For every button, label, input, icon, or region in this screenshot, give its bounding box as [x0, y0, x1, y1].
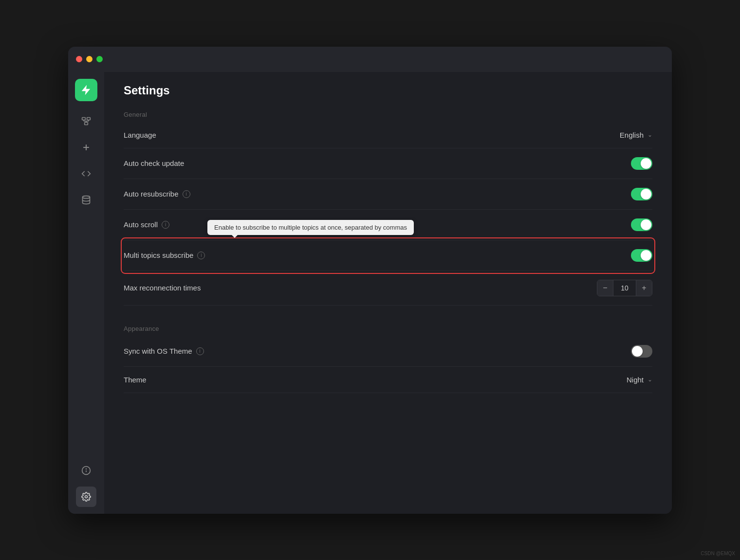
page-title: Settings: [104, 72, 672, 105]
setting-row-max-reconnection: Max reconnection times − 10 +: [124, 271, 652, 306]
sidebar-item-storage[interactable]: [76, 190, 96, 210]
sidebar-item-connections[interactable]: [76, 111, 96, 131]
svg-point-9: [83, 196, 90, 198]
language-dropdown[interactable]: English ⌄: [620, 131, 652, 139]
section-label-appearance: Appearance: [124, 319, 652, 336]
sidebar: [68, 72, 104, 514]
close-button[interactable]: [76, 56, 82, 62]
setting-label-theme: Theme: [124, 376, 147, 384]
app-window: Settings General Language English ⌄ Auto…: [68, 47, 672, 514]
setting-row-language: Language English ⌄: [124, 122, 652, 148]
svg-point-13: [85, 495, 88, 498]
info-icon-multi-topics[interactable]: i: [197, 252, 205, 259]
setting-label-language: Language: [124, 131, 156, 139]
auto-resubscribe-toggle[interactable]: [631, 188, 652, 200]
setting-label-auto-resubscribe: Auto resubscribe i: [124, 190, 190, 198]
maximize-button[interactable]: [96, 56, 103, 62]
language-value: English: [620, 131, 644, 139]
titlebar: [68, 47, 672, 72]
setting-label-sync-os-theme: Sync with OS Theme i: [124, 347, 204, 355]
svg-rect-0: [82, 117, 86, 120]
auto-check-update-toggle[interactable]: [631, 157, 652, 170]
theme-chevron-icon: ⌄: [648, 376, 652, 383]
sync-os-theme-toggle[interactable]: [631, 345, 652, 358]
multi-topics-toggle[interactable]: [631, 249, 652, 262]
setting-label-auto-scroll: Auto scroll i: [124, 220, 169, 229]
setting-row-auto-check-update: Auto check update: [124, 148, 652, 179]
theme-value: Night: [627, 376, 644, 384]
main-layout: Settings General Language English ⌄ Auto…: [68, 72, 672, 514]
app-logo: [75, 79, 97, 101]
section-label-general: General: [124, 105, 652, 122]
stepper-value: 10: [613, 280, 636, 296]
sidebar-item-code[interactable]: [76, 163, 96, 184]
svg-rect-2: [85, 122, 88, 125]
minimize-button[interactable]: [86, 56, 92, 62]
info-icon-resubscribe[interactable]: i: [183, 190, 190, 198]
setting-row-theme: Theme Night ⌄: [124, 367, 652, 393]
info-icon-sync-theme[interactable]: i: [196, 347, 204, 355]
setting-label-multi-topics: Multi topics subscribe i: [124, 251, 205, 259]
info-icon-autoscroll[interactable]: i: [162, 221, 169, 229]
stepper-decrement[interactable]: −: [597, 280, 613, 296]
stepper-increment[interactable]: +: [636, 280, 652, 296]
theme-dropdown[interactable]: Night ⌄: [627, 376, 652, 384]
settings-content: General Language English ⌄ Auto check up…: [104, 105, 672, 514]
reconnection-stepper: − 10 +: [597, 280, 652, 296]
sidebar-item-settings[interactable]: [76, 487, 96, 507]
setting-row-multi-topics: Enable to subscribe to multiple topics a…: [124, 240, 652, 271]
setting-row-sync-os-theme: Sync with OS Theme i: [124, 336, 652, 367]
auto-scroll-toggle[interactable]: [631, 218, 652, 231]
setting-label-auto-check-update: Auto check update: [124, 159, 184, 167]
chevron-down-icon: ⌄: [648, 131, 652, 138]
sidebar-item-add[interactable]: [76, 137, 96, 158]
sidebar-item-info[interactable]: [76, 460, 96, 481]
setting-row-auto-resubscribe: Auto resubscribe i: [124, 179, 652, 210]
content-area: Settings General Language English ⌄ Auto…: [104, 72, 672, 514]
svg-rect-1: [87, 117, 91, 120]
setting-label-max-reconnection: Max reconnection times: [124, 284, 201, 292]
tooltip-multi-topics: Enable to subscribe to multiple topics a…: [207, 220, 414, 235]
